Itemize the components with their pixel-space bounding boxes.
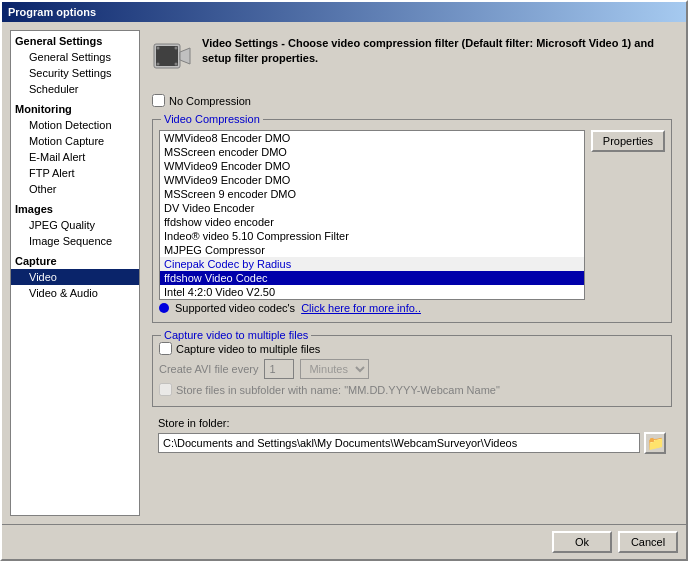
store-subfolder-checkbox[interactable]: [159, 383, 172, 396]
sidebar-section-monitoring: Monitoring Motion Detection Motion Captu…: [11, 99, 139, 199]
main-panel: Video Settings - Choose video compressio…: [146, 30, 678, 516]
sidebar-item-security-settings[interactable]: Security Settings: [11, 65, 139, 81]
svg-point-4: [157, 63, 160, 66]
sidebar-item-ftp-alert[interactable]: FTP Alert: [11, 165, 139, 181]
folder-path-input[interactable]: [158, 433, 640, 453]
sidebar-item-email-alert[interactable]: E-Mail Alert: [11, 149, 139, 165]
sidebar-section-label-monitoring: Monitoring: [11, 101, 139, 117]
sidebar-item-motion-capture[interactable]: Motion Capture: [11, 133, 139, 149]
content-area: General Settings General Settings Securi…: [2, 22, 686, 524]
sidebar-item-video-audio[interactable]: Video & Audio: [11, 285, 139, 301]
list-item[interactable]: Cinepak Codec by Radius: [160, 257, 584, 271]
svg-point-3: [157, 47, 160, 50]
sidebar-item-image-sequence[interactable]: Image Sequence: [11, 233, 139, 249]
capture-checkbox-row: Capture video to multiple files: [159, 340, 665, 357]
sidebar-item-jpeg-quality[interactable]: JPEG Quality: [11, 217, 139, 233]
list-item[interactable]: Indeo® video 5.10 Compression Filter: [160, 229, 584, 243]
minutes-select[interactable]: Minutes: [300, 359, 369, 379]
no-compression-checkbox[interactable]: [152, 94, 165, 107]
sidebar-item-other[interactable]: Other: [11, 181, 139, 197]
capture-group: Capture video to multiple files Capture …: [152, 335, 672, 407]
folder-icon: 📁: [647, 435, 664, 451]
list-item[interactable]: MJPEG Compressor: [160, 243, 584, 257]
sidebar-section-general: General Settings General Settings Securi…: [11, 31, 139, 99]
window-title: Program options: [8, 6, 96, 18]
list-item[interactable]: ffdshow Video Codec: [160, 271, 584, 285]
header-section: Video Settings - Choose video compressio…: [146, 30, 678, 82]
sidebar-item-video[interactable]: Video: [11, 269, 139, 285]
store-folder-section: Store in folder: 📁: [152, 413, 672, 458]
supported-row: Supported video codec's Click here for m…: [159, 302, 585, 314]
folder-row: 📁: [158, 432, 666, 454]
store-subfolder-label: Store files in subfolder with name: "MM.…: [176, 384, 500, 396]
create-avi-label: Create AVI file every: [159, 363, 258, 375]
sidebar: General Settings General Settings Securi…: [10, 30, 140, 516]
list-item[interactable]: Intel Indeo(R) Video R3.2: [160, 299, 584, 300]
svg-rect-1: [156, 46, 178, 66]
sidebar-section-capture: Capture Video Video & Audio: [11, 251, 139, 303]
browse-folder-button[interactable]: 📁: [644, 432, 666, 454]
sidebar-section-label-images: Images: [11, 201, 139, 217]
svg-marker-2: [180, 48, 190, 64]
video-compression-title: Video Compression: [161, 113, 263, 125]
list-item[interactable]: WMVideo8 Encoder DMO: [160, 131, 584, 145]
sidebar-item-scheduler[interactable]: Scheduler: [11, 81, 139, 97]
properties-button[interactable]: Properties: [591, 130, 665, 152]
supported-label: Supported video codec's: [175, 302, 295, 314]
header-description: Video Settings - Choose video compressio…: [202, 36, 672, 67]
sidebar-section-label-general: General Settings: [11, 33, 139, 49]
no-compression-label[interactable]: No Compression: [169, 95, 251, 107]
capture-multiple-checkbox[interactable]: [159, 342, 172, 355]
bottom-bar: Ok Cancel: [2, 524, 686, 559]
capture-group-title: Capture video to multiple files: [161, 329, 311, 341]
ok-button[interactable]: Ok: [552, 531, 612, 553]
video-icon: [152, 36, 192, 76]
list-item[interactable]: DV Video Encoder: [160, 201, 584, 215]
click-info-link[interactable]: Click here for more info..: [301, 302, 421, 314]
no-compression-row: No Compression: [152, 92, 672, 109]
title-bar: Program options: [2, 2, 686, 22]
list-item[interactable]: Intel 4:2:0 Video V2.50: [160, 285, 584, 299]
sidebar-section-images: Images JPEG Quality Image Sequence: [11, 199, 139, 251]
codec-sidebar: Properties: [591, 130, 665, 314]
program-options-window: Program options General Settings General…: [0, 0, 688, 561]
list-item[interactable]: ffdshow video encoder: [160, 215, 584, 229]
supported-dot: [159, 303, 169, 313]
list-item[interactable]: MSScreen encoder DMO: [160, 145, 584, 159]
cancel-button[interactable]: Cancel: [618, 531, 678, 553]
create-avi-row: Create AVI file every Minutes: [159, 357, 665, 381]
store-folder-label: Store in folder:: [158, 417, 666, 429]
capture-multiple-label[interactable]: Capture video to multiple files: [176, 343, 320, 355]
sidebar-item-general-settings[interactable]: General Settings: [11, 49, 139, 65]
svg-point-6: [175, 63, 178, 66]
codec-list-container: WMVideo8 Encoder DMO MSScreen encoder DM…: [159, 130, 585, 314]
sidebar-item-motion-detection[interactable]: Motion Detection: [11, 117, 139, 133]
codec-area: WMVideo8 Encoder DMO MSScreen encoder DM…: [159, 130, 665, 314]
list-item[interactable]: WMVideo9 Encoder DMO: [160, 173, 584, 187]
list-item[interactable]: MSScreen 9 encoder DMO: [160, 187, 584, 201]
form-area: No Compression Video Compression WMVideo…: [146, 88, 678, 462]
video-compression-group: Video Compression WMVideo8 Encoder DMO M…: [152, 119, 672, 323]
list-item[interactable]: WMVideo9 Encoder DMO: [160, 159, 584, 173]
store-subfolder-row: Store files in subfolder with name: "MM.…: [159, 381, 665, 398]
codec-list[interactable]: WMVideo8 Encoder DMO MSScreen encoder DM…: [159, 130, 585, 300]
avi-interval-input[interactable]: [264, 359, 294, 379]
svg-point-5: [175, 47, 178, 50]
sidebar-section-label-capture: Capture: [11, 253, 139, 269]
